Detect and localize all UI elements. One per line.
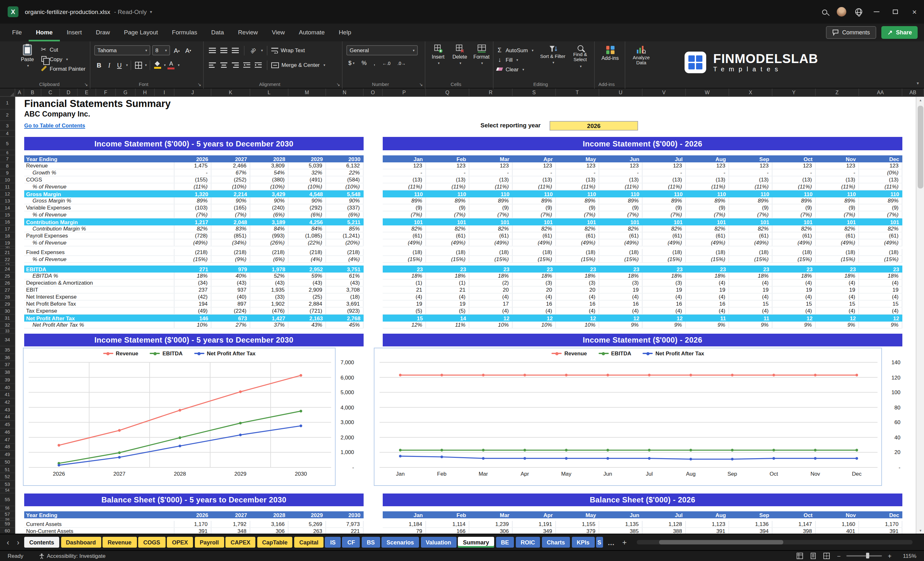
row-label[interactable]: Net Interest Expense xyxy=(24,294,174,300)
data-cell[interactable]: 1,184 xyxy=(383,521,426,527)
data-cell[interactable]: (4) xyxy=(772,279,816,286)
data-cell[interactable]: (13) xyxy=(859,176,902,183)
data-cell[interactable]: Aug xyxy=(686,512,729,518)
data-cell[interactable]: 82% xyxy=(599,225,642,232)
data-cell[interactable]: (13) xyxy=(470,176,513,183)
vertical-scrollbar-thumb[interactable] xyxy=(918,106,923,189)
data-cell[interactable]: 82% xyxy=(859,225,902,232)
data-cell[interactable]: (4) xyxy=(686,308,729,314)
data-cell[interactable]: (49%) xyxy=(383,239,426,246)
data-cell[interactable]: Oct xyxy=(772,155,816,162)
data-cell[interactable]: 23 xyxy=(772,266,816,273)
data-cell[interactable]: 2028 xyxy=(250,512,288,518)
data-cell[interactable]: 67% xyxy=(212,170,250,176)
data-cell[interactable]: 937 xyxy=(212,286,250,293)
data-cell[interactable]: (15%) xyxy=(383,256,426,262)
column-header-U[interactable]: U xyxy=(599,88,642,97)
data-cell[interactable]: (18) xyxy=(686,249,729,255)
data-cell[interactable]: 16 xyxy=(556,300,599,307)
data-cell[interactable]: 2,909 xyxy=(288,286,326,293)
data-cell[interactable]: (18) xyxy=(556,249,599,255)
column-header-K[interactable]: K xyxy=(212,88,250,97)
row-header-56[interactable]: 56 xyxy=(0,506,15,512)
data-cell[interactable]: 1,427 xyxy=(250,315,288,322)
data-cell[interactable]: (4%) xyxy=(326,256,364,262)
data-cell[interactable]: 1,170 xyxy=(174,521,212,527)
row-label[interactable]: EBITDA % xyxy=(24,273,174,279)
data-cell[interactable]: 15 xyxy=(816,300,859,307)
close-button[interactable]: × xyxy=(905,0,924,24)
data-cell[interactable]: 89% xyxy=(556,197,599,204)
data-cell[interactable]: - xyxy=(556,170,599,176)
data-cell[interactable]: (1) xyxy=(426,279,470,286)
row-header-22[interactable]: 22 xyxy=(0,256,15,263)
data-cell[interactable]: 14 xyxy=(426,315,470,322)
data-cell[interactable]: (9) xyxy=(859,204,902,211)
data-cell[interactable]: (61) xyxy=(470,232,513,239)
data-cell[interactable]: (18) xyxy=(383,249,426,255)
data-cell[interactable]: (224) xyxy=(212,308,250,314)
row-label[interactable]: Variable Expenses xyxy=(24,204,174,211)
comments-button[interactable]: Comments xyxy=(826,26,876,39)
row-header-47[interactable]: 47 xyxy=(0,436,15,444)
data-cell[interactable]: (43) xyxy=(326,279,364,286)
row-header-43[interactable]: 43 xyxy=(0,406,15,414)
data-cell[interactable]: (18) xyxy=(426,249,470,255)
row-header-9[interactable]: 9 xyxy=(0,170,15,176)
dialog-launcher-icon[interactable]: ↘ xyxy=(336,82,340,87)
data-cell[interactable]: 398 xyxy=(772,528,816,534)
data-cell[interactable]: 17 xyxy=(470,300,513,307)
wrap-text-button[interactable]: Wrap Text xyxy=(271,45,305,55)
accessibility-status[interactable]: Accessibility: Investigate xyxy=(39,553,105,559)
row-header-37[interactable]: 37 xyxy=(0,362,15,369)
data-cell[interactable]: 110 xyxy=(642,190,686,197)
data-cell[interactable]: 12 xyxy=(513,315,556,322)
data-cell[interactable]: (43) xyxy=(288,279,326,286)
search-icon[interactable] xyxy=(816,0,833,24)
find-select-button[interactable]: Find & Select▾ xyxy=(567,45,594,68)
row-header-1[interactable]: 1 xyxy=(0,97,15,110)
decrease-font-size-button[interactable]: A▾ xyxy=(183,45,193,56)
data-cell[interactable]: 101 xyxy=(642,218,686,225)
row-header-3[interactable]: 3 xyxy=(0,121,15,130)
data-cell[interactable]: 20 xyxy=(513,286,556,293)
data-cell[interactable]: 20 xyxy=(556,286,599,293)
data-cell[interactable]: (9) xyxy=(513,204,556,211)
data-cell[interactable]: 32% xyxy=(288,170,326,176)
data-cell[interactable]: 897 xyxy=(212,300,250,307)
data-cell[interactable]: (49%) xyxy=(599,239,642,246)
ribbon-tab-draw[interactable]: Draw xyxy=(89,24,117,41)
data-cell[interactable]: 110 xyxy=(426,190,470,197)
sheet-tab-contents[interactable]: Contents xyxy=(24,537,59,548)
data-cell[interactable]: 2,952 xyxy=(288,266,326,273)
data-cell[interactable]: 83% xyxy=(212,225,250,232)
data-cell[interactable]: 23 xyxy=(729,266,772,273)
sheet-nav-left-icon[interactable]: ‹ xyxy=(4,538,12,547)
data-cell[interactable]: 19 xyxy=(816,286,859,293)
data-cell[interactable]: (4) xyxy=(642,308,686,314)
sort-filter-button[interactable]: Sort & Filter▾ xyxy=(539,45,566,64)
accounting-format-button[interactable]: $▾ xyxy=(346,60,357,66)
sheet-tab-charts[interactable]: Charts xyxy=(542,537,570,548)
data-cell[interactable]: 5,269 xyxy=(288,521,326,527)
data-cell[interactable]: 89% xyxy=(174,197,212,204)
row-header-53[interactable]: 53 xyxy=(0,481,15,488)
row-header-40[interactable]: 40 xyxy=(0,384,15,391)
data-cell[interactable]: (22%) xyxy=(288,239,326,246)
data-cell[interactable]: 391 xyxy=(859,528,902,534)
data-cell[interactable]: 2027 xyxy=(212,155,250,162)
data-cell[interactable]: 9% xyxy=(816,322,859,328)
row-header-25[interactable]: 25 xyxy=(0,273,15,279)
data-cell[interactable]: 101 xyxy=(729,218,772,225)
data-cell[interactable]: (4) xyxy=(470,294,513,300)
data-cell[interactable]: - xyxy=(383,170,426,176)
data-cell[interactable]: 2030 xyxy=(326,155,364,162)
data-cell[interactable]: 379 xyxy=(556,528,599,534)
data-cell[interactable]: 10% xyxy=(513,322,556,328)
data-cell[interactable]: 45% xyxy=(326,322,364,328)
horizontal-scrollbar-thumb[interactable] xyxy=(659,540,783,544)
data-cell[interactable]: 82% xyxy=(174,225,212,232)
row-header-32[interactable]: 32 xyxy=(0,322,15,328)
column-header-G[interactable]: G xyxy=(116,88,136,97)
column-header-Q[interactable]: Q xyxy=(426,88,470,97)
